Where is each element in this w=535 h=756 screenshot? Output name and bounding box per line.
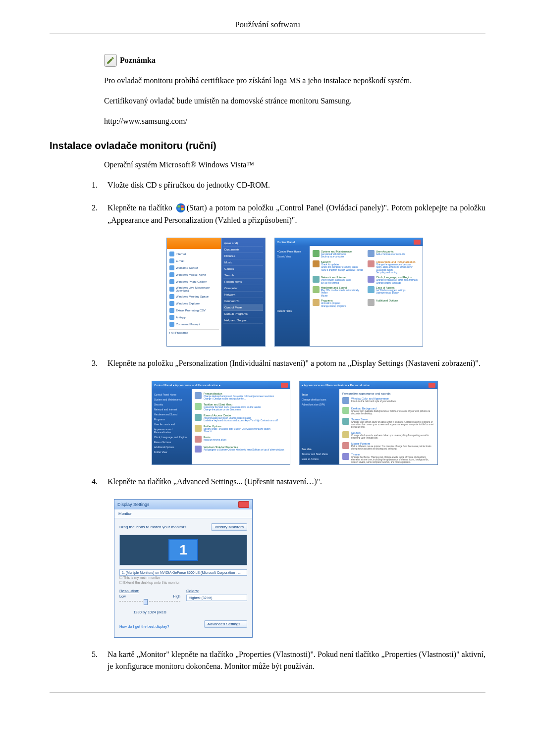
screenshot-start-menu: InternetE-mailWelcome CenterWindows Medi… [166, 238, 266, 347]
pz-link: Change desktop icons [302, 397, 337, 402]
step-num: 4. [92, 476, 107, 488]
screenshot-row-1: InternetE-mailWelcome CenterWindows Medi… [104, 238, 485, 347]
start-menu-right-item: Default Programs [223, 311, 263, 317]
step-text: Klepněte na tlačítko (Start) a potom na … [107, 202, 485, 227]
step-3: 3. Klepněte na položku „Personalization … [92, 357, 485, 370]
best-display-link[interactable]: How do I get the best display? [119, 624, 169, 629]
start-menu-item: Antispy [169, 314, 219, 321]
personalize-entry: Screen SaverChange your screen saver or … [342, 418, 434, 428]
ds-drag-text: Drag the icons to match your monitors. [119, 525, 187, 529]
screenshot-control-panel: Control Panel • Control Panel Home Class… [274, 238, 423, 347]
start-menu-item: Internet [169, 251, 219, 257]
steps-list-cont: 3. Klepněte na položku „Personalization … [92, 357, 485, 370]
step-num: 5. [92, 649, 107, 661]
ap-nav-link: Programs [154, 417, 190, 422]
note-header: Poznámka [104, 54, 485, 67]
start-menu-item: Windows Media Player [169, 271, 219, 278]
cp-category: ProgramsUninstall a programChange startu… [313, 299, 365, 307]
pencil-note-icon [104, 54, 117, 67]
start-menu-right-item: Search [223, 272, 263, 279]
ds-title: Display Settings [117, 502, 150, 507]
high-label: High [173, 595, 180, 598]
footer-divider [50, 693, 485, 693]
start-menu-right-item: Music [223, 259, 263, 266]
note-url: http://www.samsung.com/ [104, 114, 485, 128]
note-text-1: Pro ovladač monitoru probíhá certifikace… [104, 74, 485, 87]
cp-category: Clock, Language, and RegionChange keyboa… [368, 276, 420, 284]
start-menu-right-item: Recent Items [223, 279, 263, 285]
ap-nav-link: Hardware and Sound [154, 412, 190, 417]
os-line: Operační systém Microsoft® Windows Vista… [104, 160, 485, 169]
note-box: Poznámka Pro ovladač monitoru probíhá ce… [104, 54, 485, 128]
close-icon [281, 383, 288, 388]
pz-see: Taskbar and Start Menu [302, 452, 337, 456]
start-menu-right-item: Control Panel [223, 304, 263, 311]
section-heading: Instalace ovladače monitoru (ruční) [50, 140, 485, 151]
personalize-entry: Window Color and AppearanceFine tune the… [342, 397, 434, 404]
start-menu-item: Windows Meeting Space [169, 293, 219, 300]
check-main-monitor: ☐ This is my main monitor [119, 576, 247, 580]
personalize-entry: SoundsChange which sounds are heard when… [342, 431, 434, 439]
close-icon [238, 501, 249, 508]
device-select[interactable]: 1. (Multiple Monitors) on NVIDIA GeForce… [119, 569, 247, 576]
note-label: Poznámka [120, 56, 156, 65]
colors-label: Colors: [186, 589, 247, 593]
ap-nav-link: Security [154, 402, 190, 407]
colors-select[interactable]: Highest (32 bit) [186, 595, 247, 601]
step-text: Klepněte na položku „Personalization (In… [107, 357, 485, 370]
ap-nav-link: Clock, Language, and Region [154, 435, 190, 440]
personalize-entry: ThemeChange the theme. Themes can change… [342, 453, 434, 463]
pz-see: Ease of Access [302, 456, 337, 461]
see-also: See also [302, 447, 337, 452]
personalize-entry: Mouse PointersPick a different mouse poi… [342, 442, 434, 450]
advanced-settings-button[interactable]: Advanced Settings... [204, 620, 247, 628]
start-menu-item: Windows Photo Gallery [169, 278, 219, 285]
ap-nav-link: System and Maintenance [154, 397, 190, 402]
close-icon [428, 383, 435, 388]
cp-category: Appearance and PersonalizationChange the… [368, 260, 420, 274]
screenshot-display-settings: Display Settings Monitor Drag the icons … [114, 499, 253, 638]
start-menu-item: E-mail [169, 257, 219, 264]
start-menu-right-item: Pictures [223, 253, 263, 259]
ds-tab-monitor: Monitor [114, 509, 252, 518]
start-menu-item: Windows Live Messenger Download [169, 285, 219, 293]
ap-nav-link: Ease of Access [154, 440, 190, 445]
page-header-title: Používání softwaru [50, 20, 485, 30]
start-menu-item: Extras Promoting CSV [169, 307, 219, 314]
appearance-entry: Folder OptionsSpecify single- or double-… [195, 425, 287, 433]
start-menu-right-item: Computer [223, 285, 263, 292]
step-text: Vložte disk CD s příručkou do jednotky C… [107, 179, 485, 192]
note-text-2: Certifikovaný ovladač bude umístěn na do… [104, 94, 485, 107]
all-programs: All Programs [171, 331, 188, 334]
ap-nav-link: Additional Options [154, 445, 190, 450]
close-icon [414, 240, 421, 245]
cp-category: Ease of AccessLet Windows suggest settin… [368, 286, 420, 297]
step-5: 5. Na kartě „Monitor" klepněte na tlačít… [92, 649, 485, 673]
tasks-label: Tasks [302, 392, 337, 397]
low-label: Low [119, 595, 126, 598]
personalize-entry: Desktop BackgroundChoose from available … [342, 407, 434, 415]
appearance-entry: Taskbar and Start MenuCustomize the Star… [195, 403, 287, 411]
step-num: 1. [92, 179, 107, 192]
check-extend-desktop: ☐ Extend the desktop onto this monitor [119, 581, 247, 585]
header-divider [50, 34, 485, 34]
appearance-entry: PersonalizationChange desktop background… [195, 392, 287, 400]
identify-monitors-button[interactable]: Identify Monitors [211, 523, 247, 531]
start-menu-right-item: Documents [223, 247, 263, 253]
step-2: 2. Klepněte na tlačítko (Start) a potom … [92, 202, 485, 227]
step-text: Na kartě „Monitor" klepněte na tlačítko … [107, 649, 485, 673]
resolution-slider[interactable] [119, 601, 180, 608]
monitor-1-icon: 1 [168, 539, 198, 561]
step-num: 2. [92, 202, 107, 214]
step-4: 4. Klepněte na tlačítko „Advanced Settin… [92, 476, 485, 488]
cp-category: User AccountsAdd or remove user accounts [368, 250, 420, 258]
cp-title: Control Panel [277, 241, 295, 244]
pz-heading: Personalize appearance and sounds [342, 392, 434, 395]
screenshot-personalize: ▸ Appearance and Personalization ▸ Perso… [299, 381, 438, 465]
step2-before: Klepněte na tlačítko [107, 203, 175, 212]
start-menu-item: Windows Explorer [169, 300, 219, 307]
steps-list-cont3: 5. Na kartě „Monitor" klepněte na tlačít… [92, 649, 485, 673]
cp-tasks: Recent Tasks [277, 308, 308, 313]
windows-start-icon [176, 203, 186, 213]
start-menu-item: Welcome Center [169, 264, 219, 271]
